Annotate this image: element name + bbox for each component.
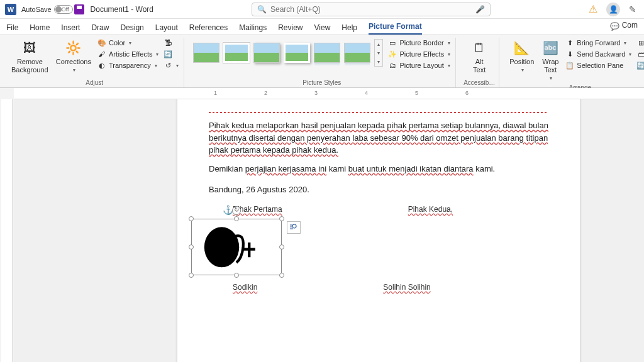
corrections-button[interactable]: 🔆 Corrections — [53, 38, 94, 75]
save-icon[interactable] — [74, 4, 84, 14]
layout-options-button[interactable] — [287, 221, 301, 234]
mic-icon[interactable]: 🎤 — [475, 5, 485, 14]
style-thumb-1[interactable] — [193, 43, 219, 63]
party-2-label[interactable]: Pihak Kedua, — [408, 205, 453, 214]
group-label-accessib: Accessib… — [464, 78, 495, 87]
titlebar: W AutoSave Off Document1 - Word 🔍 🎤 ⚠ 👤 … — [0, 0, 644, 19]
handle-b[interactable] — [234, 273, 239, 278]
corrections-icon: 🔆 — [65, 39, 82, 57]
tab-view[interactable]: View — [314, 23, 331, 35]
tab-help[interactable]: Help — [341, 23, 357, 35]
handle-tl[interactable] — [189, 216, 194, 221]
position-button[interactable]: 📐 Position — [507, 38, 536, 75]
name-1[interactable]: Sodikin — [233, 283, 257, 292]
reset-pic-button[interactable]: ↺ — [162, 60, 180, 70]
group-accessibility: 🗒 Alt Text Accessib… — [460, 38, 499, 87]
rotate-icon: 🔄 — [636, 61, 644, 70]
transparency-button[interactable]: ◐Transparency — [96, 60, 160, 70]
signature-image[interactable] — [196, 224, 277, 271]
style-thumb-2[interactable] — [223, 43, 250, 63]
color-button[interactable]: 🎨Color — [96, 38, 160, 48]
compress-button[interactable]: 🗜 — [162, 38, 180, 48]
align-icon: ⊞ — [636, 38, 644, 47]
style-gallery: ▴▾▾ — [192, 38, 384, 68]
piclayout-icon: 🗂 — [388, 61, 397, 70]
svg-point-0 — [204, 227, 239, 267]
search-box[interactable]: 🔍 🎤 — [252, 3, 491, 16]
style-gallery-more[interactable]: ▴▾▾ — [374, 39, 383, 67]
sel-pane-icon: 📋 — [565, 61, 574, 70]
handle-bl[interactable] — [189, 273, 194, 278]
tab-review[interactable]: Review — [278, 23, 303, 35]
picture-effects-button[interactable]: ✨Picture Effects — [387, 49, 452, 59]
rotate-button[interactable]: 🔄 — [635, 60, 644, 70]
bring-forward-button[interactable]: ⬆Bring Forward — [564, 38, 633, 48]
compress-icon: 🗜 — [164, 38, 172, 47]
group-adjust: 🖼 Remove Background 🔆 Corrections 🎨Color… — [5, 38, 184, 87]
warning-icon[interactable]: ⚠ — [589, 3, 597, 15]
align-button[interactable]: ⊞ — [635, 38, 644, 48]
paragraph-1[interactable]: Pihak kedua melaporkan hasil penjualan k… — [209, 119, 548, 156]
change-pic-icon: 🔄 — [164, 50, 172, 58]
tab-design[interactable]: Design — [120, 23, 143, 35]
date-line[interactable]: Bandung, 26 Agustus 2020. — [209, 184, 548, 196]
ruler-horizontal[interactable]: 1 2 3 4 5 6 — [14, 88, 644, 99]
handle-br[interactable] — [279, 273, 284, 278]
bring-fwd-icon: ⬆ — [565, 38, 574, 47]
tab-home[interactable]: Home — [30, 23, 50, 35]
color-icon: 🎨 — [97, 38, 106, 47]
selected-picture[interactable] — [191, 219, 282, 275]
position-icon: 📐 — [513, 39, 531, 57]
handle-l[interactable] — [189, 244, 194, 250]
document-title: Document1 - Word — [91, 5, 153, 14]
group-icon: 🗃 — [636, 50, 644, 58]
page[interactable]: Pihak kedua melaporkan hasil penjualan k… — [177, 99, 580, 362]
remove-bg-icon: 🖼 — [21, 39, 38, 57]
rotate-handle[interactable] — [232, 206, 241, 215]
tab-insert[interactable]: Insert — [61, 23, 80, 35]
group-picture-styles: ▴▾▾ ▭Picture Border ✨Picture Effects 🗂Pi… — [188, 38, 456, 87]
tab-picture-format[interactable]: Picture Format — [369, 22, 422, 35]
autosave-toggle[interactable]: AutoSave Off — [21, 5, 69, 14]
style-thumb-3[interactable] — [253, 43, 280, 63]
picture-border-button[interactable]: ▭Picture Border — [387, 38, 452, 48]
group-label-picstyles: Picture Styles — [303, 78, 341, 87]
tab-references[interactable]: References — [189, 23, 228, 35]
group-arrange: 📐 Position 🔤 Wrap Text ⬆Bring Forward ⬇S… — [503, 38, 644, 87]
tab-layout[interactable]: Layout — [155, 23, 178, 35]
border-icon: ▭ — [388, 38, 397, 47]
style-thumb-4[interactable] — [284, 43, 310, 63]
transparency-icon: ◐ — [97, 61, 106, 70]
effects-icon: ✨ — [388, 50, 397, 58]
send-backward-button[interactable]: ⬇Send Backward — [564, 49, 633, 59]
menu-tabs: File Home Insert Draw Design Layout Refe… — [0, 19, 644, 35]
comments-button[interactable]: 💬 Com — [610, 21, 638, 35]
artistic-effects-button[interactable]: 🖌Artistic Effects — [96, 49, 160, 59]
autosave-label: AutoSave — [21, 6, 52, 13]
wrap-icon: 🔤 — [541, 39, 559, 57]
selection-pane-button[interactable]: 📋Selection Pane — [564, 60, 633, 70]
handle-tr[interactable] — [279, 216, 284, 221]
tab-draw[interactable]: Draw — [91, 23, 109, 35]
search-input[interactable] — [270, 5, 472, 14]
toggle-off-text: Off — [62, 6, 69, 13]
change-pic-button[interactable]: 🔄 — [162, 49, 180, 59]
group-objects-button[interactable]: 🗃 — [635, 49, 644, 59]
picture-layout-button[interactable]: 🗂Picture Layout — [387, 60, 452, 70]
wrap-text-button[interactable]: 🔤 Wrap Text — [539, 38, 562, 83]
ruler-vertical[interactable] — [1, 99, 13, 362]
pen-icon[interactable]: ✎ — [629, 4, 636, 14]
tab-file[interactable]: File — [6, 23, 18, 35]
handle-r[interactable] — [279, 244, 284, 250]
remove-background-button[interactable]: 🖼 Remove Background — [9, 38, 51, 75]
handle-t[interactable] — [234, 216, 239, 221]
name-2[interactable]: Solihin Solihin — [383, 283, 430, 292]
paragraph-2[interactable]: Demikian perjajian kerjasama ini kami bu… — [209, 163, 548, 175]
reset-icon: ↺ — [164, 61, 172, 70]
tab-mailings[interactable]: Mailings — [239, 23, 267, 35]
style-thumb-6[interactable] — [344, 43, 370, 63]
style-thumb-5[interactable] — [314, 43, 340, 63]
alt-text-button[interactable]: 🗒 Alt Text — [468, 38, 491, 75]
ribbon: 🖼 Remove Background 🔆 Corrections 🎨Color… — [0, 35, 644, 88]
avatar[interactable]: 👤 — [606, 3, 620, 16]
